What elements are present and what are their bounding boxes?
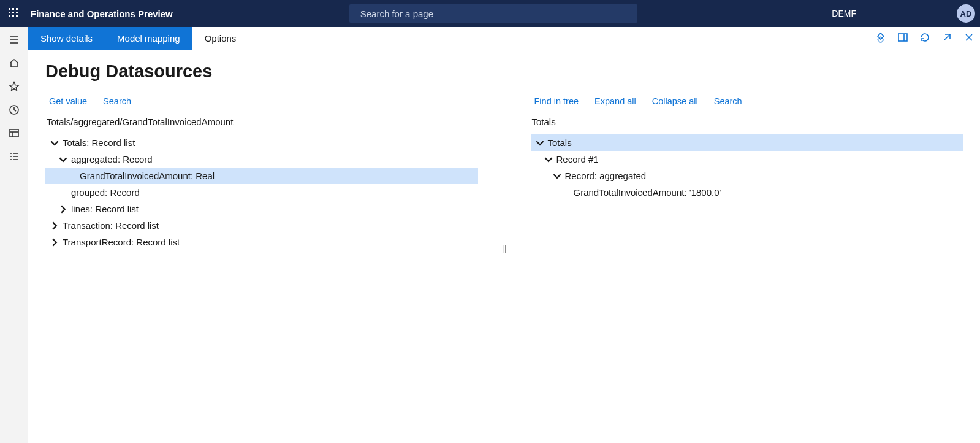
svg-rect-4 xyxy=(12,12,14,13)
tree-node-label: lines: Record list xyxy=(71,204,139,214)
tree-node-label: GrandTotalInvoicedAmount: Real xyxy=(80,171,215,181)
caret-none-icon xyxy=(59,188,67,197)
tree-node-label: Transaction: Record list xyxy=(63,220,159,231)
tree-node[interactable]: Transaction: Record list xyxy=(45,217,478,234)
caret-down-icon[interactable] xyxy=(553,172,561,180)
get-value-label: Get value xyxy=(49,96,87,106)
rail-favorites-button[interactable] xyxy=(2,77,26,97)
svg-point-20 xyxy=(10,153,12,154)
right-path[interactable]: Totals xyxy=(531,115,963,129)
rail-expand-button[interactable] xyxy=(2,31,26,50)
left-path[interactable]: Totals/aggregated/GrandTotalInvoicedAmou… xyxy=(45,115,478,129)
product-title: Finance and Operations Preview xyxy=(31,9,173,19)
left-search-label: Search xyxy=(103,96,131,106)
svg-line-30 xyxy=(944,34,950,40)
rail-home-button[interactable] xyxy=(2,54,26,74)
global-search[interactable] xyxy=(349,4,637,23)
tree-node[interactable]: grouped: Record xyxy=(45,184,478,201)
svg-rect-5 xyxy=(16,12,18,13)
right-pane: Find in tree Expand all Co xyxy=(531,96,963,201)
close-icon xyxy=(963,32,974,45)
left-nav-rail xyxy=(0,27,28,443)
svg-rect-2 xyxy=(16,8,18,10)
svg-point-24 xyxy=(10,159,12,160)
side-panel-icon xyxy=(897,32,908,45)
tree-node-label: Record: aggregated xyxy=(565,171,647,181)
tree-node[interactable]: GrandTotalInvoicedAmount: '1800.0' xyxy=(531,184,963,201)
settings-button[interactable] xyxy=(897,4,916,23)
tree-node[interactable]: Record: aggregated xyxy=(531,168,963,184)
svg-point-22 xyxy=(10,156,12,157)
left-pane: Get value Search Totals/aggregated/Grand… xyxy=(45,96,478,250)
notifications-button[interactable] xyxy=(868,4,888,23)
tree-node-label: grouped: Record xyxy=(71,187,140,198)
popout-icon xyxy=(941,32,952,45)
caret-right-icon[interactable] xyxy=(50,222,59,230)
right-search-button[interactable]: Search xyxy=(710,96,742,106)
tree-node-label: Totals xyxy=(548,137,572,148)
tree-node[interactable]: Totals: Record list xyxy=(45,134,478,151)
global-topbar: Finance and Operations Preview DEMF AD xyxy=(0,0,980,27)
get-value-button[interactable]: Get value xyxy=(45,96,87,106)
splitter-grip-icon: ‖ xyxy=(503,244,506,253)
pane-splitter[interactable]: ‖ xyxy=(503,96,506,253)
company-code[interactable]: DEMF xyxy=(832,9,856,18)
left-tree[interactable]: Totals: Record listaggregated: RecordGra… xyxy=(45,134,478,250)
tree-node[interactable]: Record #1 xyxy=(531,151,963,168)
tab-model-mapping[interactable]: Model mapping xyxy=(105,27,192,50)
rail-recent-button[interactable] xyxy=(2,101,26,120)
tree-node[interactable]: Totals xyxy=(531,134,963,151)
svg-rect-7 xyxy=(12,15,14,17)
user-avatar[interactable]: AD xyxy=(957,4,975,23)
tab-options[interactable]: Options xyxy=(192,27,249,50)
svg-rect-1 xyxy=(12,8,14,10)
left-pane-toolbar: Get value Search xyxy=(45,96,478,106)
app-launcher-button[interactable] xyxy=(5,5,22,22)
clock-icon xyxy=(9,104,20,117)
caret-right-icon[interactable] xyxy=(50,238,59,247)
svg-rect-6 xyxy=(9,15,10,17)
right-tree[interactable]: TotalsRecord #1Record: aggregatedGrandTo… xyxy=(531,134,963,201)
svg-rect-0 xyxy=(9,8,10,10)
actionbar-search-button[interactable] xyxy=(248,27,265,50)
actionbar-popout-button[interactable] xyxy=(936,27,958,50)
right-search-label: Search xyxy=(714,96,742,106)
tree-node-label: aggregated: Record xyxy=(71,154,153,164)
star-icon xyxy=(9,81,20,94)
tree-node[interactable]: GrandTotalInvoicedAmount: Real xyxy=(45,168,478,184)
svg-rect-3 xyxy=(9,12,10,13)
tree-node-label: GrandTotalInvoicedAmount: '1800.0' xyxy=(574,187,721,198)
caret-down-icon[interactable] xyxy=(50,139,59,147)
collapse-all-button[interactable]: Collapse all xyxy=(648,96,698,106)
expand-all-label: Expand all xyxy=(594,96,636,106)
actionbar-attach-button[interactable] xyxy=(870,27,892,50)
global-search-input[interactable] xyxy=(360,9,631,19)
rail-workspaces-button[interactable] xyxy=(2,124,26,144)
tree-node[interactable]: aggregated: Record xyxy=(45,151,478,168)
actionbar-sidepane-button[interactable] xyxy=(892,27,914,50)
caret-down-icon[interactable] xyxy=(544,155,553,164)
left-search-button[interactable]: Search xyxy=(99,96,131,106)
workspace-icon xyxy=(9,128,20,141)
tree-node[interactable]: lines: Record list xyxy=(45,201,478,217)
expand-all-button[interactable]: Expand all xyxy=(591,96,636,106)
caret-down-icon[interactable] xyxy=(59,155,67,164)
waffle-icon xyxy=(9,8,18,20)
rail-modules-button[interactable] xyxy=(2,147,26,167)
tab-show-details[interactable]: Show details xyxy=(28,27,105,50)
tree-node[interactable]: TransportRecord: Record list xyxy=(45,234,478,250)
caret-down-icon[interactable] xyxy=(536,139,544,147)
tree-node-label: TransportRecord: Record list xyxy=(63,237,180,247)
tree-node-label: Record #1 xyxy=(556,154,599,164)
home-icon xyxy=(9,58,20,71)
caret-right-icon[interactable] xyxy=(59,205,67,214)
diamond-icon xyxy=(875,32,886,45)
caret-none-icon xyxy=(67,172,76,180)
actionbar-close-button[interactable] xyxy=(958,27,980,50)
help-button[interactable] xyxy=(925,4,944,23)
refresh-icon xyxy=(919,32,930,45)
tree-node-label: Totals: Record list xyxy=(63,137,135,148)
find-in-tree-button[interactable]: Find in tree xyxy=(531,96,579,106)
action-bar: Show details Model mapping Options xyxy=(28,27,980,50)
actionbar-refresh-button[interactable] xyxy=(914,27,936,50)
